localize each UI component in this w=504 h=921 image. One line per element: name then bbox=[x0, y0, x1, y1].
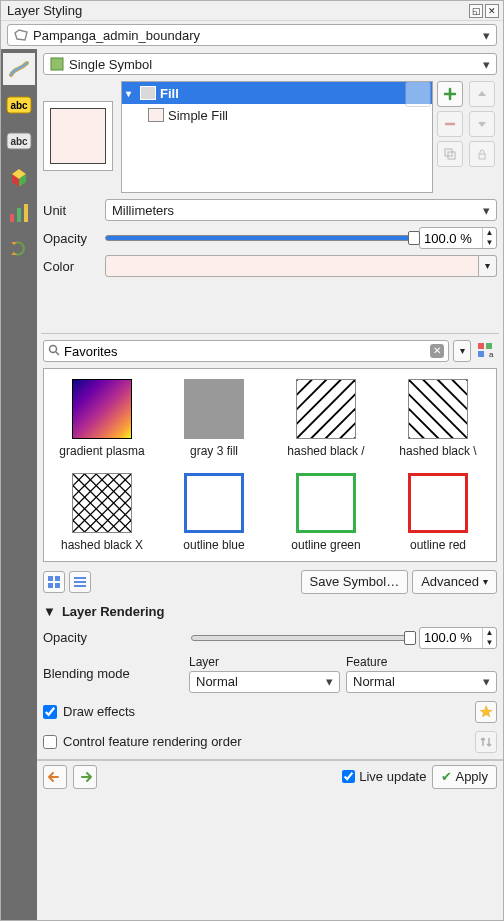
rendering-order-button[interactable] bbox=[475, 731, 497, 753]
control-order-row: Control feature rendering order bbox=[43, 731, 497, 753]
customize-effects-button[interactable]: ★ bbox=[475, 701, 497, 723]
svg-rect-7 bbox=[10, 214, 14, 222]
style-manager-button[interactable]: a bbox=[475, 340, 497, 362]
blend-layer-combobox[interactable]: Normal ▾ bbox=[189, 671, 340, 693]
move-up-button[interactable] bbox=[405, 81, 431, 107]
tab-3d-view[interactable] bbox=[3, 161, 35, 193]
style-search-input[interactable] bbox=[60, 344, 430, 359]
style-label: outline blue bbox=[162, 539, 266, 553]
tree-expand-icon[interactable]: ▾ bbox=[126, 88, 136, 99]
live-update-label: Live update bbox=[359, 769, 426, 784]
svg-rect-10 bbox=[51, 58, 63, 70]
clear-search-icon[interactable]: ✕ bbox=[430, 344, 444, 358]
opacity-label: Opacity bbox=[43, 231, 99, 246]
symbol-layer-tree[interactable]: ▾ Fill Simple Fill bbox=[121, 81, 433, 193]
tab-diagrams[interactable] bbox=[3, 197, 35, 229]
symbol-top: ▾ Fill Simple Fill bbox=[37, 77, 503, 195]
blend-label: Blending mode bbox=[43, 666, 183, 681]
svg-rect-16 bbox=[478, 343, 484, 349]
lock-button[interactable] bbox=[469, 141, 495, 167]
live-update-checkbox[interactable] bbox=[342, 770, 355, 783]
advanced-button[interactable]: Advanced ▾ bbox=[412, 570, 497, 594]
opacity-slider[interactable] bbox=[105, 235, 415, 241]
remove-symbol-layer-button[interactable] bbox=[437, 111, 463, 137]
unit-combobox[interactable]: Millimeters ▾ bbox=[105, 199, 497, 221]
style-gradient-plasma[interactable]: gradient plasma bbox=[50, 379, 154, 459]
slider-handle[interactable] bbox=[404, 631, 416, 645]
undo-button[interactable] bbox=[43, 765, 67, 789]
color-button[interactable] bbox=[105, 255, 479, 277]
blend-feature-caption: Feature bbox=[346, 655, 497, 669]
unit-label: Unit bbox=[43, 203, 99, 218]
expand-icon: ▼ bbox=[43, 604, 56, 619]
style-hashed-black-x[interactable]: hashed black X bbox=[50, 473, 154, 553]
icon-view-button[interactable] bbox=[43, 571, 65, 593]
style-outline-blue[interactable]: outline blue bbox=[162, 473, 266, 553]
live-update-toggle[interactable]: Live update bbox=[342, 769, 426, 784]
rendering-opacity-spinbox[interactable]: ▲▼ bbox=[419, 627, 497, 649]
rendering-opacity-slider[interactable] bbox=[191, 635, 411, 641]
style-filter-dropdown[interactable]: ▾ bbox=[453, 340, 471, 362]
move-down-button[interactable] bbox=[469, 111, 495, 137]
style-hashed-black-back[interactable]: hashed black \ bbox=[386, 379, 490, 459]
style-search[interactable]: ✕ bbox=[43, 340, 449, 362]
tab-labels-abc-gray[interactable]: abc bbox=[3, 125, 35, 157]
slider-handle[interactable] bbox=[408, 231, 420, 245]
svg-rect-61 bbox=[55, 576, 60, 581]
layer-rendering-title: Layer Rendering bbox=[62, 604, 165, 619]
style-thumb bbox=[72, 473, 132, 533]
blend-feature-combobox[interactable]: Normal ▾ bbox=[346, 671, 497, 693]
svg-rect-60 bbox=[48, 576, 53, 581]
spin-down[interactable]: ▼ bbox=[483, 238, 496, 248]
single-symbol-icon bbox=[50, 57, 64, 71]
tree-label-fill: Fill bbox=[160, 86, 179, 101]
list-view-button[interactable] bbox=[69, 571, 91, 593]
style-outline-green[interactable]: outline green bbox=[274, 473, 378, 553]
svg-rect-62 bbox=[48, 583, 53, 588]
style-hashed-black-fwd[interactable]: hashed black / bbox=[274, 379, 378, 459]
apply-button[interactable]: ✔ Apply bbox=[432, 765, 497, 789]
style-thumb bbox=[72, 379, 132, 439]
style-outline-red[interactable]: outline red bbox=[386, 473, 490, 553]
svg-line-36 bbox=[409, 414, 433, 438]
undock-button[interactable]: ◱ bbox=[469, 4, 483, 18]
renderer-row: Single Symbol ▾ bbox=[37, 49, 503, 77]
duplicate-symbol-layer-button[interactable] bbox=[437, 141, 463, 167]
symbol-preview[interactable] bbox=[43, 101, 113, 171]
symbol-layer-buttons bbox=[437, 81, 465, 193]
chevron-down-icon: ▾ bbox=[480, 674, 492, 689]
control-order-checkbox[interactable] bbox=[43, 735, 57, 749]
tree-swatch bbox=[148, 108, 164, 122]
tree-item-fill[interactable]: ▾ Fill bbox=[122, 82, 432, 104]
add-symbol-layer-button[interactable] bbox=[437, 81, 463, 107]
opacity-spinbox[interactable]: ▲▼ bbox=[419, 227, 497, 249]
rendering-opacity-label: Opacity bbox=[43, 630, 183, 645]
tab-symbology[interactable] bbox=[3, 53, 35, 85]
rendering-opacity-input[interactable] bbox=[420, 630, 482, 645]
color-dropdown-button[interactable]: ▾ bbox=[479, 255, 497, 277]
style-gallery: gradient plasma gray 3 fill hashed black… bbox=[43, 368, 497, 562]
symbol-layer-move-buttons bbox=[469, 81, 497, 193]
svg-line-22 bbox=[297, 380, 336, 419]
svg-line-35 bbox=[409, 399, 448, 438]
spin-up[interactable]: ▲ bbox=[483, 228, 496, 238]
close-panel-button[interactable]: ✕ bbox=[485, 4, 499, 18]
move-up-button[interactable] bbox=[469, 81, 495, 107]
layer-rendering-header[interactable]: ▼ Layer Rendering bbox=[37, 600, 503, 623]
svg-rect-9 bbox=[24, 204, 28, 222]
svg-line-15 bbox=[56, 352, 59, 355]
spin-down[interactable]: ▼ bbox=[483, 638, 496, 648]
svg-rect-8 bbox=[17, 208, 21, 222]
draw-effects-checkbox[interactable] bbox=[43, 705, 57, 719]
tree-item-simple-fill[interactable]: Simple Fill bbox=[122, 104, 432, 126]
save-symbol-button[interactable]: Save Symbol… bbox=[301, 570, 409, 594]
layer-combobox[interactable]: Pampanga_admin_boundary ▾ bbox=[7, 24, 497, 46]
spin-up[interactable]: ▲ bbox=[483, 628, 496, 638]
redo-button[interactable] bbox=[73, 765, 97, 789]
opacity-input[interactable] bbox=[420, 231, 482, 246]
renderer-combobox[interactable]: Single Symbol ▾ bbox=[43, 53, 497, 75]
tab-labels-abc-yellow[interactable]: abc bbox=[3, 89, 35, 121]
style-label: hashed black X bbox=[50, 539, 154, 553]
style-gray-3-fill[interactable]: gray 3 fill bbox=[162, 379, 266, 459]
tab-history[interactable] bbox=[3, 233, 35, 265]
